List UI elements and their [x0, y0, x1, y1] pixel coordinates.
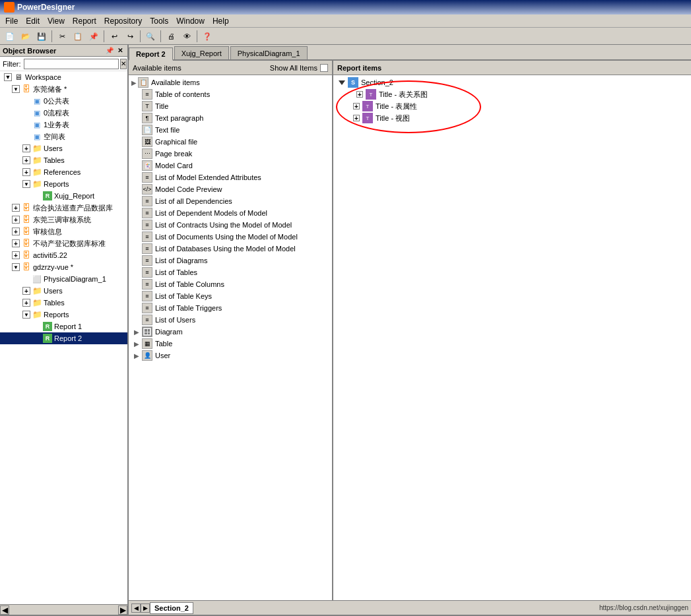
- avail-title[interactable]: T Title: [130, 100, 331, 112]
- tree-item-physdiag[interactable]: ⬜ PhysicalDiagram_1: [0, 273, 127, 285]
- open-btn[interactable]: 📂: [18, 29, 33, 44]
- menu-repository[interactable]: Repository: [100, 15, 146, 27]
- avail-table-of-contents[interactable]: ≡ Table of contents: [130, 88, 331, 100]
- zhonghe-expand[interactable]: +: [12, 204, 20, 212]
- title2-expand[interactable]: +: [353, 103, 360, 109]
- avail-list-table-cols[interactable]: ≡ List of Table Columns: [130, 278, 331, 290]
- tree-item-tables1[interactable]: + 📁 Tables: [0, 154, 127, 166]
- avail-diagram-group[interactable]: ▶ Diagram: [130, 326, 331, 338]
- show-all-items[interactable]: Show All Items: [270, 64, 328, 72]
- pin-btn[interactable]: 📌: [105, 46, 114, 55]
- tree-item-users2[interactable]: + 📁 Users: [0, 285, 127, 297]
- tree-item-reports2[interactable]: ▼ 📁 Reports: [0, 309, 127, 321]
- tree-item-activiti[interactable]: + 🗄 activiti5.22: [0, 249, 127, 261]
- avail-list-contracts[interactable]: ≡ List of Contracts Using the Model of M…: [130, 219, 331, 231]
- menu-report[interactable]: Report: [69, 15, 100, 27]
- activiti-expand[interactable]: +: [12, 251, 20, 259]
- report-title3[interactable]: + T Title - 视图: [335, 112, 690, 124]
- avail-list-diagrams[interactable]: ≡ List of Diagrams: [130, 255, 331, 266]
- tables1-expand[interactable]: +: [22, 156, 30, 164]
- print-btn[interactable]: 🖨: [164, 29, 178, 44]
- avail-root[interactable]: ▶ 📋 Available items: [130, 77, 331, 88]
- tree-item-xujg-report[interactable]: R Xujg_Report: [0, 190, 127, 202]
- avail-list-all-deps[interactable]: ≡ List of all Dependencies: [130, 195, 331, 207]
- avail-list-dep-models[interactable]: ≡ List of Dependent Models of Model: [130, 207, 331, 219]
- tables2-expand[interactable]: +: [22, 299, 30, 307]
- users1-expand[interactable]: +: [22, 144, 30, 152]
- avail-list-documents[interactable]: ≡ List of Documents Using the Model of M…: [130, 231, 331, 243]
- tree-item-users1[interactable]: + 📁 Users: [0, 142, 127, 154]
- tree-item-report1[interactable]: R Report 1: [0, 321, 127, 332]
- workspace-expand[interactable]: ▼: [4, 73, 12, 81]
- avail-model-code-preview[interactable]: </> Model Code Preview: [130, 183, 331, 195]
- scroll-next-btn[interactable]: ▶: [141, 603, 150, 613]
- tree-item-report2[interactable]: R Report 2: [0, 332, 127, 344]
- budongchan-expand[interactable]: +: [12, 239, 20, 247]
- avail-list-model-ext[interactable]: ≡ List of Model Extended Attributes: [130, 171, 331, 183]
- preview-btn[interactable]: 👁: [180, 29, 194, 44]
- report-section2[interactable]: S Section_2: [335, 77, 690, 88]
- avail-list-table-keys[interactable]: ≡ List of Table Keys: [130, 290, 331, 302]
- tree-item-budongchan[interactable]: + 🗄 不动产登记数据库标准: [0, 237, 127, 249]
- show-all-checkbox[interactable]: [320, 64, 328, 72]
- menu-view[interactable]: View: [44, 15, 69, 27]
- filter-input[interactable]: [24, 59, 119, 69]
- scroll-prev-btn[interactable]: ◀: [131, 603, 141, 613]
- close-panel-btn[interactable]: ✕: [115, 46, 125, 55]
- tab-physdiagram[interactable]: PhysicalDiagram_1: [230, 46, 308, 59]
- tree-item-table1[interactable]: ▣ 0公共表: [0, 95, 127, 107]
- copy-btn[interactable]: 📋: [71, 29, 85, 44]
- filter-clear-btn[interactable]: ✕: [120, 59, 127, 69]
- dongguan-audit-expand[interactable]: +: [12, 216, 20, 224]
- avail-text-para[interactable]: ¶ Text paragraph: [130, 112, 331, 124]
- users2-expand[interactable]: +: [22, 287, 30, 295]
- menu-window[interactable]: Window: [172, 15, 209, 27]
- avail-text-file[interactable]: 📄 Text file: [130, 124, 331, 136]
- tree-item-workspace[interactable]: ▼ 🖥 Workspace: [0, 71, 127, 83]
- scroll-right-btn[interactable]: ▶: [118, 605, 127, 615]
- object-browser-scrollbar[interactable]: ◀ ▶: [0, 604, 127, 615]
- tab-report2[interactable]: Report 2: [129, 47, 173, 61]
- save-btn[interactable]: 💾: [34, 29, 49, 44]
- tree-item-reports1[interactable]: ▼ 📁 Reports: [0, 178, 127, 190]
- dongwan-expand[interactable]: ▼: [12, 85, 20, 93]
- report-title2[interactable]: + T Title - 表属性: [335, 100, 690, 112]
- tree-item-dongwan[interactable]: ▼ 🗄 东莞储备 *: [0, 83, 127, 95]
- status-section-tab[interactable]: Section_2: [150, 602, 193, 614]
- tree-item-tables2[interactable]: + 📁 Tables: [0, 297, 127, 309]
- tree-item-dongguan-audit[interactable]: + 🗄 东莞三调审核系统: [0, 214, 127, 226]
- tree-item-gdzrzy[interactable]: ▼ 🗄 gdzrzy-vue *: [0, 261, 127, 273]
- avail-list-table-triggers[interactable]: ≡ List of Table Triggers: [130, 302, 331, 314]
- menu-edit[interactable]: Edit: [22, 15, 44, 27]
- menu-help[interactable]: Help: [209, 15, 233, 27]
- avail-list-tables[interactable]: ≡ List of Tables: [130, 266, 331, 278]
- avail-list-users[interactable]: ≡ List of Users: [130, 314, 331, 326]
- avail-model-card[interactable]: 🃏 Model Card: [130, 160, 331, 171]
- section2-expand[interactable]: [339, 80, 345, 85]
- tab-xujg-report[interactable]: Xujg_Report: [174, 46, 229, 59]
- menu-tools[interactable]: Tools: [146, 15, 172, 27]
- paste-btn[interactable]: 📌: [86, 29, 101, 44]
- tree-item-table4[interactable]: ▣ 空间表: [0, 131, 127, 142]
- tree-item-table3[interactable]: ▣ 1业务表: [0, 119, 127, 131]
- menu-file[interactable]: File: [1, 15, 22, 27]
- new-btn[interactable]: 📄: [3, 29, 17, 44]
- avail-table-group[interactable]: ▶ ▦ Table: [130, 338, 331, 350]
- avail-graphical-file[interactable]: 🖼 Graphical file: [130, 136, 331, 148]
- undo-btn[interactable]: ↩: [107, 29, 121, 44]
- reports2-expand[interactable]: ▼: [22, 311, 30, 319]
- cut-btn[interactable]: ✂: [55, 29, 69, 44]
- find-btn[interactable]: 🔍: [143, 29, 158, 44]
- tree-item-shenhe[interactable]: + 🗄 审核信息: [0, 226, 127, 237]
- report-title1[interactable]: + T Title - 表关系图: [335, 88, 690, 100]
- tree-item-table2[interactable]: ▣ 0流程表: [0, 107, 127, 119]
- tree-item-zhonghe[interactable]: + 🗄 综合执法巡查产品数据库: [0, 202, 127, 214]
- redo-btn[interactable]: ↪: [123, 29, 137, 44]
- shenhe-expand[interactable]: +: [12, 228, 20, 235]
- help-btn[interactable]: ❓: [200, 29, 214, 44]
- avail-page-break[interactable]: ⋯ Page break: [130, 148, 331, 160]
- reports1-expand[interactable]: ▼: [22, 180, 30, 188]
- avail-list-databases[interactable]: ≡ List of Databases Using the Model of M…: [130, 243, 331, 255]
- avail-user-group[interactable]: ▶ 👤 User: [130, 350, 331, 361]
- title3-expand[interactable]: +: [353, 115, 360, 121]
